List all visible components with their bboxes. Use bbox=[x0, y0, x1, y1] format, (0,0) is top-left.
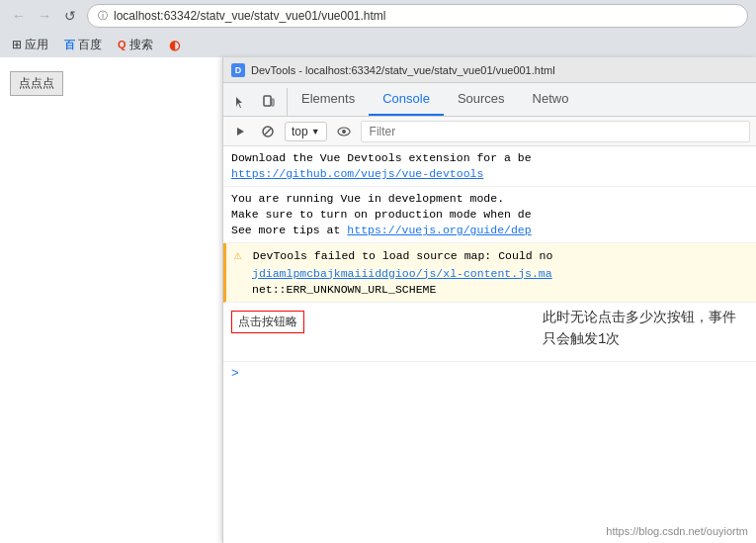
prompt-symbol: > bbox=[231, 366, 239, 381]
chevron-down-icon: ▼ bbox=[311, 127, 320, 136]
console-prompt[interactable]: > bbox=[223, 362, 756, 385]
baidu-icon: 百 bbox=[64, 38, 75, 52]
button-highlight: 点击按钮略 bbox=[231, 311, 304, 333]
bookmark-extra[interactable]: ◐ bbox=[165, 36, 184, 54]
warning-icon: ⚠ bbox=[234, 248, 242, 263]
devtools-icon: D bbox=[231, 63, 245, 77]
apps-icon: ⊞ bbox=[12, 38, 22, 51]
tab-console[interactable]: Console bbox=[369, 82, 444, 116]
page-area: 点点点 D DevTools - localhost:63342/statv_v… bbox=[0, 57, 756, 543]
bookmark-baidu[interactable]: 百 百度 bbox=[60, 35, 106, 55]
svg-line-4 bbox=[265, 129, 271, 135]
console-message-warning: ⚠ DevTools failed to load source map: Co… bbox=[223, 243, 756, 302]
devtools-tabs: Elements Console Sources Netwo bbox=[223, 83, 756, 117]
refresh-button[interactable]: ↺ bbox=[59, 5, 81, 27]
sourcemap-link[interactable]: jdiamlpmcbajkmaiiiddgioo/js/xl-content.j… bbox=[252, 267, 552, 280]
search-icon: Q bbox=[118, 39, 126, 50]
console-message-devmode: You are running Vue in development mode.… bbox=[223, 187, 756, 243]
annotation-line1: 此时无论点击多少次按钮，事件 bbox=[543, 310, 736, 325]
search-label: 搜索 bbox=[129, 37, 153, 53]
bookmark-search[interactable]: Q 搜索 bbox=[114, 35, 157, 55]
cursor-icon[interactable] bbox=[229, 88, 253, 116]
device-icon[interactable] bbox=[257, 88, 281, 116]
error-text: net::ERR_UNKNOWN_URL_SCHEME bbox=[252, 282, 436, 298]
devtools-link[interactable]: https://github.com/vuejs/vue-devtools bbox=[231, 167, 483, 180]
top-label: top bbox=[292, 125, 308, 138]
nav-buttons: ← → ↺ bbox=[8, 5, 81, 27]
warning-text: DevTools failed to load source map: Coul… bbox=[253, 249, 553, 262]
devtools-titlebar: D DevTools - localhost:63342/statv_vue/s… bbox=[223, 57, 756, 83]
page-left-button: 点点点 bbox=[10, 71, 63, 96]
tab-network[interactable]: Netwo bbox=[519, 82, 583, 116]
back-button[interactable]: ← bbox=[8, 5, 30, 27]
baidu-label: 百度 bbox=[78, 37, 102, 53]
stop-button[interactable] bbox=[257, 121, 279, 142]
watermark: https://blog.csdn.net/ouyiortm bbox=[606, 525, 748, 537]
lock-icon: ⓘ bbox=[98, 9, 108, 23]
svg-point-6 bbox=[342, 130, 346, 134]
console-content: Download the Vue Devtools extension for … bbox=[223, 146, 756, 543]
forward-button[interactable]: → bbox=[34, 5, 55, 27]
apps-label: 应用 bbox=[25, 37, 48, 53]
browser-chrome: ← → ↺ ⓘ localhost:63342/statv_vue/statv_… bbox=[0, 0, 756, 57]
address-bar[interactable]: ⓘ localhost:63342/statv_vue/statv_vue01/… bbox=[87, 4, 748, 28]
browser-toolbar: ← → ↺ ⓘ localhost:63342/statv_vue/statv_… bbox=[0, 0, 756, 32]
console-toolbar: top ▼ bbox=[223, 117, 756, 146]
svg-rect-1 bbox=[272, 99, 274, 106]
console-message-devtools: Download the Vue Devtools extension for … bbox=[223, 146, 756, 187]
devtools-panel: D DevTools - localhost:63342/statv_vue/s… bbox=[222, 57, 756, 543]
play-button[interactable] bbox=[229, 121, 251, 142]
console-button-row: 点击按钮略 此时无论点击多少次按钮，事件 只会触发1次 bbox=[223, 303, 756, 362]
svg-rect-0 bbox=[264, 96, 271, 106]
svg-marker-2 bbox=[237, 128, 244, 136]
url-text: localhost:63342/statv_vue/statv_vue01/vu… bbox=[114, 9, 386, 23]
top-selector[interactable]: top ▼ bbox=[285, 122, 327, 141]
annotation-line2: 只会触发1次 bbox=[543, 331, 620, 347]
devtools-title: DevTools - localhost:63342/statv_vue/sta… bbox=[251, 64, 555, 76]
vuejs-link[interactable]: https://vuejs.org/guide/dep bbox=[347, 224, 531, 236]
extra-icon: ◐ bbox=[169, 38, 180, 52]
tab-elements[interactable]: Elements bbox=[288, 82, 369, 116]
annotation: 此时无论点击多少次按钮，事件 只会触发1次 bbox=[543, 307, 736, 351]
filter-input[interactable] bbox=[361, 121, 750, 142]
bookmark-apps[interactable]: ⊞ 应用 bbox=[8, 35, 52, 55]
devtools-tab-icons bbox=[223, 88, 288, 116]
click-button[interactable]: 点点点 bbox=[10, 71, 63, 96]
tab-sources[interactable]: Sources bbox=[444, 82, 519, 116]
message-text-1: Download the Vue Devtools extension for … bbox=[231, 151, 532, 164]
bookmarks-bar: ⊞ 应用 百 百度 Q 搜索 ◐ bbox=[0, 32, 756, 57]
eye-icon[interactable] bbox=[333, 121, 355, 142]
